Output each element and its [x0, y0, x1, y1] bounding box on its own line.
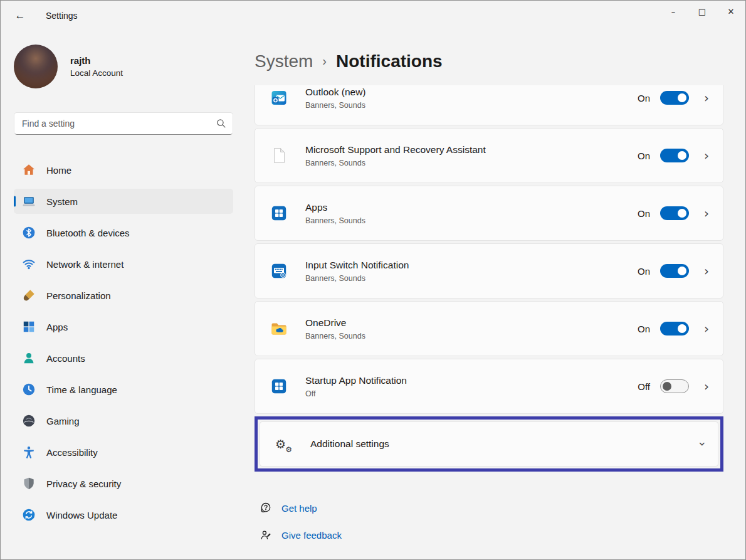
toggle-knob	[678, 267, 686, 275]
sidebar-item-system[interactable]: System	[14, 189, 233, 214]
toggle-state-label: On	[638, 208, 650, 219]
row-title: Apps	[305, 202, 638, 213]
network-icon	[22, 257, 36, 271]
sidebar-item-accessibility[interactable]: Accessibility	[14, 440, 233, 465]
chevron-right-icon[interactable]: ›	[703, 206, 710, 221]
sidebar-nav: Home System Bluetooth & devices Network …	[14, 157, 233, 527]
notification-row-onedrive[interactable]: OneDrive Banners, Sounds On ›	[255, 301, 723, 356]
toggle-switch[interactable]	[660, 206, 689, 220]
window-title: Settings	[46, 11, 78, 21]
back-button[interactable]: ←	[9, 6, 31, 26]
close-button[interactable]: ✕	[717, 1, 745, 22]
chevron-right-icon[interactable]: ›	[703, 379, 710, 394]
row-subtitle: Banners, Sounds	[305, 216, 638, 225]
sidebar-item-network-internet[interactable]: Network & internet	[14, 251, 233, 277]
row-text: Startup App Notification Off	[305, 375, 638, 398]
small-gear-icon: ⚙	[285, 446, 292, 453]
sidebar-item-label: Accessibility	[46, 447, 98, 458]
toggle-switch[interactable]	[660, 379, 689, 393]
row-title: Outlook (new)	[305, 87, 638, 98]
outlook-icon	[270, 89, 288, 107]
row-title: Microsoft Support and Recovery Assistant	[305, 144, 638, 156]
row-subtitle: Banners, Sounds	[305, 159, 638, 167]
titlebar: ← Settings – □ ✕	[1, 1, 745, 31]
toggle-switch[interactable]	[660, 264, 689, 278]
get-help-link[interactable]: Get help	[260, 500, 317, 516]
get-help-label: Get help	[281, 503, 317, 514]
notification-row-apps[interactable]: Apps Banners, Sounds On ›	[255, 186, 723, 241]
user-account-card[interactable]: rajth Local Account	[14, 45, 227, 88]
window-controls: – □ ✕	[659, 1, 745, 22]
get-help-icon	[260, 502, 272, 514]
onedrive-icon	[270, 320, 288, 337]
page-title: Notifications	[336, 51, 443, 71]
minimize-button[interactable]: –	[659, 1, 688, 22]
sidebar-item-windows-update[interactable]: Windows Update	[14, 502, 233, 527]
gaming-icon	[22, 414, 36, 428]
row-text: Input Switch Notification Banners, Sound…	[305, 260, 638, 283]
toggle-switch[interactable]	[660, 91, 689, 105]
chevron-right-icon[interactable]: ›	[703, 148, 710, 163]
notification-row-outlook[interactable]: Outlook (new) Banners, Sounds On ›	[255, 85, 723, 125]
search-box	[14, 112, 233, 135]
search-input[interactable]	[14, 112, 233, 135]
windows-update-icon	[22, 508, 36, 522]
row-title: OneDrive	[305, 317, 638, 329]
system-icon	[22, 194, 36, 208]
input-switch-icon	[270, 262, 288, 280]
maximize-button[interactable]: □	[688, 1, 717, 22]
chevron-right-icon[interactable]: ›	[703, 263, 710, 278]
toggle-switch[interactable]	[660, 149, 689, 162]
body: rajth Local Account Home System	[1, 31, 745, 559]
bluetooth-icon	[22, 226, 36, 240]
sidebar-item-gaming[interactable]: Gaming	[14, 408, 233, 433]
startup-app-icon	[270, 378, 288, 395]
user-text: rajth Local Account	[70, 55, 123, 78]
user-name: rajth	[70, 55, 123, 66]
notification-row-input-switch[interactable]: Input Switch Notification Banners, Sound…	[255, 243, 723, 298]
notifications-list: Outlook (new) Banners, Sounds On › Micro…	[255, 85, 723, 559]
breadcrumb-separator-icon: ›	[322, 54, 327, 68]
gears-icon: ⚙⚙	[275, 438, 293, 450]
toggle-state-label: On	[638, 324, 650, 334]
accessibility-icon	[22, 445, 36, 459]
sidebar-item-label: Windows Update	[46, 510, 117, 520]
notification-row-support-assistant[interactable]: Microsoft Support and Recovery Assistant…	[255, 128, 723, 183]
give-feedback-link[interactable]: Give feedback	[260, 527, 342, 543]
chevron-right-icon[interactable]: ›	[703, 90, 710, 105]
sidebar-item-label: Time & language	[46, 384, 117, 395]
row-text: Apps Banners, Sounds	[305, 202, 638, 225]
sidebar-item-label: Personalization	[46, 290, 111, 301]
chevron-right-icon[interactable]: ›	[703, 321, 710, 336]
support-assistant-icon	[270, 147, 288, 164]
accounts-icon	[22, 351, 36, 365]
search-icon	[216, 118, 226, 129]
toggle-knob	[678, 209, 686, 218]
personalization-icon	[22, 288, 36, 302]
breadcrumb-parent[interactable]: System	[255, 51, 313, 71]
breadcrumb: System › Notifications	[255, 50, 723, 73]
sidebar-item-accounts[interactable]: Accounts	[14, 346, 233, 371]
chevron-down-icon[interactable]: ›	[695, 441, 710, 446]
row-subtitle: Banners, Sounds	[305, 274, 638, 283]
sidebar-item-time-language[interactable]: Time & language	[14, 377, 233, 402]
toggle-knob	[663, 382, 671, 391]
sidebar-item-home[interactable]: Home	[14, 157, 233, 182]
sidebar-item-bluetooth-devices[interactable]: Bluetooth & devices	[14, 220, 233, 245]
sidebar-item-privacy-security[interactable]: Privacy & security	[14, 471, 233, 496]
sidebar-item-personalization[interactable]: Personalization	[14, 283, 233, 308]
additional-settings-label: Additional settings	[310, 438, 389, 450]
sidebar-item-label: Bluetooth & devices	[46, 228, 130, 238]
sidebar-item-label: Apps	[46, 322, 68, 332]
notification-row-startup-app[interactable]: Startup App Notification Off Off ›	[255, 359, 723, 414]
additional-settings-row[interactable]: ⚙⚙ Additional settings ›	[260, 421, 718, 467]
apps-icon	[22, 320, 36, 334]
user-subtitle: Local Account	[70, 68, 123, 78]
sidebar: rajth Local Account Home System	[1, 31, 233, 559]
sidebar-item-label: Home	[46, 165, 71, 176]
apps-grid-icon	[270, 204, 288, 222]
sidebar-item-apps[interactable]: Apps	[14, 314, 233, 339]
toggle-switch[interactable]	[660, 322, 689, 335]
row-text: Microsoft Support and Recovery Assistant…	[305, 144, 638, 167]
sidebar-item-label: Privacy & security	[46, 478, 121, 489]
